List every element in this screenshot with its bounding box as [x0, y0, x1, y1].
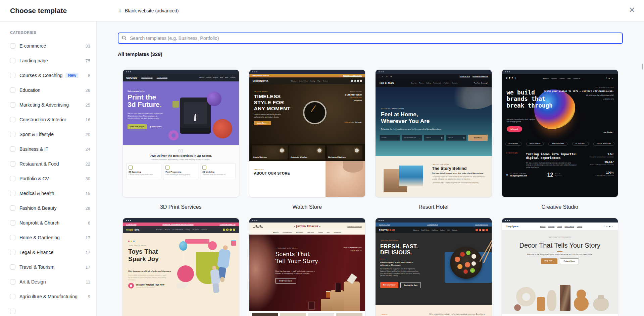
- checkbox[interactable]: [10, 87, 15, 93]
- checkbox[interactable]: [10, 294, 15, 299]
- category-row-landing-page[interactable]: Landing page75: [0, 53, 96, 68]
- checkbox[interactable]: [10, 264, 15, 270]
- template-card-resort-hotel[interactable]: f ∙ y ∙ ◎ ∙ ▶ +1 (234) 567 89 90ISLADIMA…: [375, 69, 492, 212]
- watch-icon: [316, 147, 323, 153]
- balloon-shape: [179, 241, 187, 251]
- youtube-icon: ▸: [482, 229, 485, 231]
- bunny-shape: [220, 277, 225, 282]
- youtube-icon: ▸: [357, 80, 359, 82]
- category-row-nonprofit-church[interactable]: Nonprofit & Church6: [0, 215, 96, 230]
- category-row-agriculture[interactable]: Agriculture & Manufacturing9: [0, 289, 96, 304]
- preview-heading: TIMELESSSTYLE FORANY MOMENT: [254, 93, 291, 111]
- checkbox[interactable]: [10, 102, 15, 108]
- checkbox[interactable]: [10, 220, 15, 226]
- template-card-watch-store[interactable]: FREE SHIPPING FROM $50NEED HELP: +1 (800…: [249, 69, 366, 212]
- browser-bar: [376, 70, 492, 74]
- category-row-art-design[interactable]: Art & Design11: [0, 274, 96, 289]
- category-row-marketing[interactable]: Marketing & Advertising25: [0, 98, 96, 112]
- checkbox[interactable]: [10, 146, 15, 152]
- checkbox[interactable]: [10, 191, 15, 196]
- category-row-construction[interactable]: Construction & Interior16: [0, 112, 96, 127]
- blank-website-button[interactable]: + Blank website (advanced): [118, 0, 179, 21]
- boy-figure: [217, 249, 231, 269]
- preview-heading: Scents ThatTell Your Story: [276, 251, 318, 265]
- checkbox[interactable]: [10, 58, 15, 63]
- dot: [507, 220, 508, 221]
- category-row-ecommerce[interactable]: E-commerce33: [0, 39, 96, 53]
- category-row-courses-coaching[interactable]: Courses & CoachingNew8: [0, 68, 96, 83]
- category-count: 30: [86, 176, 90, 181]
- pedestal-shape: [330, 290, 344, 311]
- category-row-sport-lifestyle[interactable]: Sport & Lifestyle20: [0, 127, 96, 142]
- category-row-education[interactable]: Education26: [0, 83, 96, 98]
- promo-bar: Open 8 am - 10 pm+1 (234) 567 89 00tokyo…: [376, 223, 492, 227]
- template-card-cozyspace[interactable]: CozySpace About usInspirationCatalogNews…: [502, 218, 618, 316]
- preview-cta: Shop Now →: [541, 258, 558, 264]
- category-row-partial[interactable]: [0, 304, 96, 316]
- preview-about: //ABOUT US ABOUT OUR STORE: [249, 161, 365, 197]
- category-row-portfolio-cv[interactable]: Portfolio & CV30: [0, 171, 96, 186]
- preview-hero: - PLAY, LEARN, GROW - Toys ThatSpark Joy…: [123, 233, 239, 316]
- instagram-icon: ◨: [354, 80, 356, 82]
- feature-icon: [165, 166, 169, 170]
- facebook-icon: f: [223, 229, 225, 231]
- promo-bar: +1 (234) 567 89 90SHOWROOM: 123A EASEMON…: [123, 223, 239, 226]
- template-preview: ctrl About usServicesProjectsTeamContact…: [502, 69, 618, 197]
- social-icons: f◎t▸: [223, 229, 235, 231]
- dot: [383, 71, 384, 72]
- category-row-medical-health[interactable]: Medical & health15: [0, 186, 96, 201]
- checkbox[interactable]: [10, 43, 15, 49]
- checkbox[interactable]: [10, 176, 15, 181]
- preview-nav: CHRONOVIA About usLimited EditionCatalog…: [249, 77, 365, 84]
- preview-heading: Feel at Home,Wherever You Are: [381, 111, 430, 125]
- category-row-home-gardening[interactable]: Home & Gardening17: [0, 230, 96, 245]
- preview-about: - about us - MODERN TASTE We're not just…: [376, 305, 492, 316]
- instagram-icon: ◎: [479, 229, 481, 231]
- checkbox[interactable]: [10, 161, 15, 167]
- close-icon[interactable]: ✕: [627, 6, 637, 14]
- preview-section: 01 \ We Deliver the Best Services in 3D …: [123, 145, 239, 197]
- pink-round-shape: [177, 265, 194, 282]
- tile: Quartz Watches: [252, 145, 288, 160]
- categories-heading: CATEGORIES: [10, 30, 96, 35]
- preview-hero: //WATCH STORE TIMELESSSTYLE FORANY MOMEN…: [249, 84, 365, 144]
- checkbox[interactable]: [10, 132, 15, 137]
- checkbox[interactable]: [10, 73, 15, 78]
- checkbox[interactable]: [10, 235, 15, 240]
- category-count: 33: [86, 44, 90, 49]
- dot: [509, 71, 510, 72]
- checkbox[interactable]: [10, 205, 15, 211]
- category-row-travel-tourism[interactable]: Travel & Tourism17: [0, 260, 96, 274]
- category-row-legal-finance[interactable]: Legal & Finance17: [0, 245, 96, 260]
- search-input[interactable]: [118, 33, 623, 44]
- preview-nav-links: About usServicesProjectsTeamContact us: [542, 77, 582, 79]
- checkbox[interactable]: [10, 250, 15, 255]
- template-card-creative-studio[interactable]: ctrl About usServicesProjectsTeamContact…: [502, 69, 618, 212]
- preview-heading: Decor That Tells Your Story: [502, 242, 618, 249]
- dot: [130, 220, 131, 221]
- category-row-restaurant-food[interactable]: Restaurant & Food22: [0, 156, 96, 171]
- preview-cta-secondary: Explore Our Sets: [400, 282, 421, 288]
- marble-column-shape: [560, 285, 571, 311]
- dot: [254, 71, 255, 72]
- preview-heading: FRESH. FAST.DELISIOUS.: [380, 243, 418, 256]
- promo-bar: FREE SHIPPING FROM $50NEED HELP: +1 (800…: [249, 74, 365, 77]
- template-card-jardin-obscur[interactable]: f◎✉ - Jardin Obscur - jardinobscur@email…: [249, 218, 366, 316]
- template-card-magictoys[interactable]: +1 (234) 567 89 90SHOWROOM: 123A EASEMON…: [122, 218, 239, 316]
- pedestal-shape: [344, 281, 360, 311]
- preview-nav: About usOur PhilosophyBest SellersNew Sc…: [249, 230, 365, 235]
- social-icons: f ▶ y: [606, 77, 614, 79]
- feature-icon: [129, 166, 133, 170]
- checkbox[interactable]: [10, 117, 15, 122]
- facebook-icon: f: [476, 229, 478, 231]
- preview-hero: - your sushi, your moment - FRESH. FAST.…: [376, 233, 492, 305]
- round-vase-shape: [593, 298, 609, 311]
- category-row-fashion-beauty[interactable]: Fashion & Beauty28: [0, 201, 96, 215]
- template-card-3d-print-services[interactable]: Curve3D 3d.print@email.com +1 (234) 567 …: [122, 69, 239, 212]
- template-card-tokyodash[interactable]: Open 8 am - 10 pm+1 (234) 567 89 00tokyo…: [375, 218, 492, 316]
- category-row-business-it[interactable]: Business & IT24: [0, 142, 96, 156]
- checkbox[interactable]: [10, 279, 15, 285]
- scrollbar-thumb[interactable]: [642, 64, 643, 69]
- wavy-vase-shape: [547, 290, 556, 311]
- checkbox[interactable]: [10, 309, 15, 314]
